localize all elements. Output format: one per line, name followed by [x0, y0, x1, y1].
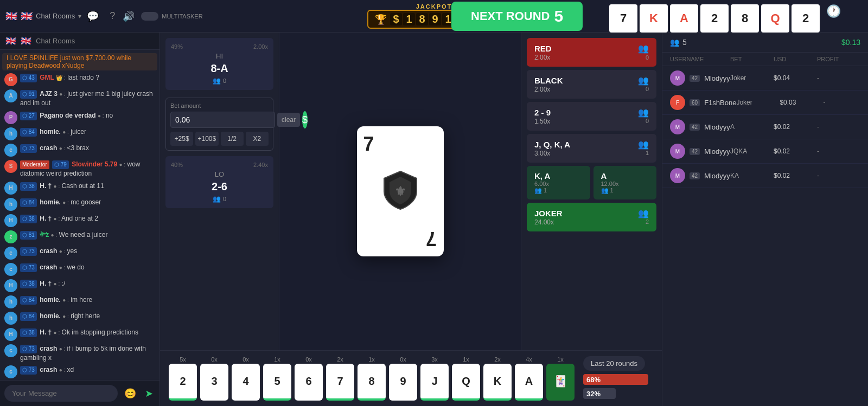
user-badge: ⬡ 79: [52, 160, 69, 169]
bet-plus100-button[interactable]: +100$: [195, 132, 218, 146]
col-profit: PROFIT: [817, 56, 860, 62]
bet-plus25-button[interactable]: +25$: [170, 132, 193, 146]
hist-card-wrap: 0x 9: [389, 356, 417, 401]
hist-card-wrap: 1x Q: [452, 356, 480, 401]
bet-half-button[interactable]: 1/2: [221, 132, 244, 146]
username: H. †: [40, 280, 52, 287]
dot-icon: ● :: [62, 199, 69, 205]
player-usd: $0.03: [780, 99, 823, 106]
bet-option-mult: 1.50x: [534, 118, 550, 125]
chat-tab-bar: 🇬🇧 🇬🇧 Chat Rooms: [0, 33, 159, 50]
chat-notification-icon[interactable]: 💬: [87, 10, 99, 22]
dot-icon: ● :: [62, 297, 69, 303]
avatar: P: [4, 111, 17, 124]
hist-card-mult: 5x: [180, 356, 186, 363]
bet-option-mult: 6.00x: [534, 181, 583, 187]
bet-option-top: JOKER 👥: [534, 208, 649, 218]
bet-option-black[interactable]: BLACK 👥 2.00x 0: [527, 70, 656, 99]
dot-icon: ● :: [119, 162, 126, 167]
card-bottom-number: 7: [426, 227, 437, 250]
users-icon: 👥: [638, 139, 649, 150]
dot-icon: ● :: [59, 91, 66, 97]
hi-value: 8-A: [171, 62, 268, 75]
username: AJZ 3: [40, 90, 58, 98]
chat-input[interactable]: [4, 385, 118, 402]
player-row: M 42 Mlodyyy JQKA $0.02 -: [662, 139, 868, 164]
bet-option-2-9[interactable]: 2 - 9 👥 1.50x 0: [527, 102, 656, 131]
hist-card-joker: 🃏: [546, 364, 575, 401]
next-round-button[interactable]: NEXT ROUND 5: [451, 2, 583, 31]
username: homie.: [40, 198, 61, 206]
hist-card-mult: 2x: [494, 356, 501, 363]
dot-icon: ● :: [54, 183, 60, 189]
multitasker-toggle[interactable]: MULTITASKER: [141, 12, 202, 21]
bet-option-red[interactable]: RED 👥 2.00x 0: [527, 38, 656, 67]
bet-option-top: 2 - 9 👥: [534, 107, 649, 118]
players-count-number: 5: [682, 38, 687, 47]
bet-double-button[interactable]: X2: [246, 132, 269, 146]
avatar: h: [4, 198, 17, 211]
player-usd: $0.02: [774, 172, 817, 179]
hi-user-count: 0: [223, 78, 226, 84]
dot-icon: ● :: [59, 367, 66, 373]
jackpot-digit: 9: [429, 13, 441, 25]
player-info: M 42 Mlodyyy: [670, 70, 730, 86]
player-bet: Joker: [730, 74, 774, 82]
bet-option-bottom: 1.50x 0: [534, 118, 649, 125]
stat-bar-32: 32%: [583, 388, 662, 399]
users-icon: 👥: [638, 43, 649, 54]
player-bet: A: [730, 123, 774, 131]
bet-option-mult: 12.00x: [601, 181, 649, 187]
hi-stats: 49% 2.00x: [171, 43, 268, 50]
hist-card-wrap: 2x K: [483, 356, 512, 401]
top-cards-area: 7 K A 2 8 Q 2 🕐: [609, 4, 841, 33]
history-panel: 5x 2 0x 3 0x 4 1x 5: [160, 350, 662, 406]
clock-icon[interactable]: 🕐: [826, 4, 841, 33]
crown-icon: 👑 :: [56, 75, 66, 81]
dot-icon: ● :: [59, 265, 66, 270]
player-row: F 60 F1shBone Joker $0.03 -: [662, 91, 868, 115]
last-20-rounds-button[interactable]: Last 20 rounds: [583, 356, 645, 371]
stat-pct-68: 68%: [586, 376, 601, 384]
player-name: Mlodyyy: [704, 74, 730, 82]
emoji-button[interactable]: 😊: [122, 385, 138, 402]
bet-option-a[interactable]: A 12.00x 👥 1: [593, 166, 657, 199]
chat-message: z ⬡ 81 ঔ৺z ● : We need a juicer: [0, 229, 159, 245]
bet-input[interactable]: [170, 112, 275, 128]
dot-icon: ● :: [62, 313, 69, 319]
bet-amount-box: Bet amount clear $ +25$ +100$ 1/2 X2: [165, 98, 273, 151]
top-card-2b: 2: [792, 4, 820, 33]
chat-rooms-button[interactable]: 🇬🇧 🇬🇧 Chat Rooms ▾ 💬: [0, 10, 104, 22]
send-button[interactable]: ➤: [143, 385, 155, 402]
hist-card-wrap: 0x 3: [200, 356, 228, 401]
right-bet-panel: RED 👥 2.00x 0 BLACK 👥 2.00x 0: [521, 33, 662, 350]
username: crash: [40, 263, 57, 271]
message-text: Cash out at 11: [62, 182, 104, 190]
avatar: H: [4, 328, 17, 341]
avatar: c: [4, 247, 17, 260]
message-text: We need a juicer: [59, 231, 108, 239]
message-text: yes: [67, 247, 78, 255]
question-icon[interactable]: ?: [104, 10, 120, 22]
bet-option-label: K, A: [534, 171, 583, 181]
bet-option-ka[interactable]: K, A 6.00x 👥 1: [527, 166, 590, 199]
chat-message: c ⬡ 73 crash ● : if i bump to 5k im done…: [0, 343, 159, 364]
avatar: h: [4, 127, 17, 140]
chat-message: A ⬡ 91 AJZ 3 ● : just giver me 1 big jui…: [0, 88, 159, 109]
bet-controls: +25$ +100$ 1/2 X2: [170, 132, 269, 146]
bet-option-jqka[interactable]: J, Q, K, A 👥 3.00x 1: [527, 134, 656, 163]
avatar: M: [670, 70, 685, 86]
bet-option-joker[interactable]: JOKER 👥 24.00x 2: [527, 203, 656, 231]
bet-option-label: 2 - 9: [534, 108, 551, 117]
username: Slowinder 5.79: [72, 160, 117, 168]
player-bet: Joker: [736, 99, 780, 106]
top-card-2: 2: [700, 4, 729, 33]
hi-section[interactable]: 49% 2.00x HI 8-A 👥 0: [165, 38, 273, 90]
stat-pct-32: 32%: [586, 390, 601, 398]
chat-message: H ⬡ 38 H. † ● : And one at 2: [0, 212, 159, 229]
bet-option-mult: 3.00x: [534, 150, 550, 157]
multitasker-switch[interactable]: [141, 12, 158, 21]
player-row: M 42 Mlodyyy A $0.02 -: [662, 115, 868, 139]
lo-section[interactable]: 40% 2.40x LO 2-6 👥 0: [165, 156, 273, 208]
speaker-icon[interactable]: 🔊: [120, 10, 137, 22]
